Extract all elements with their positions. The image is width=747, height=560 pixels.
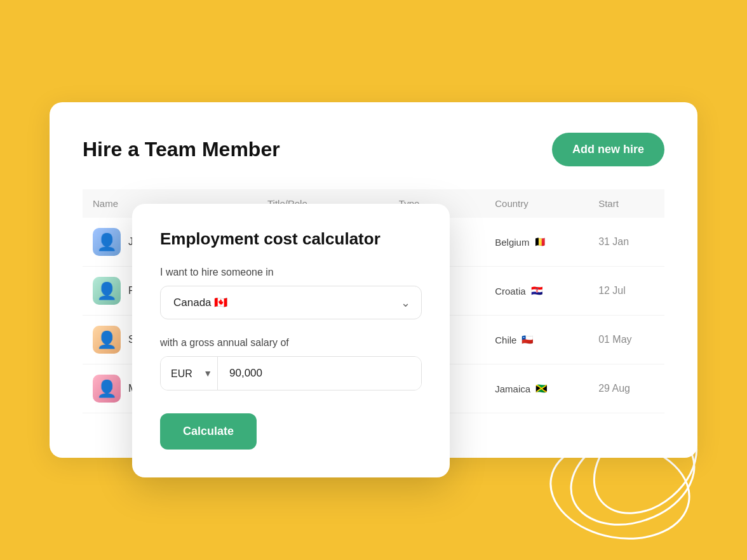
modal-title: Employment cost calculator [160,229,422,249]
country-select-wrapper: Canada 🇨🇦Belgium 🇧🇪Croatia 🇭🇷Chile 🇨🇱Jam… [160,286,422,319]
employment-cost-calculator-modal: Employment cost calculator I want to hir… [132,204,450,477]
member-country: Chile 🇨🇱 [485,316,588,364]
page-title: Hire a Team Member [83,138,280,161]
member-country: Jamaica 🇯🇲 [485,364,588,413]
salary-input-wrapper: EURUSDGBPCAD ▼ [160,356,422,390]
avatar: 👤 [93,277,121,305]
member-start-date: 31 Jan [588,218,664,267]
avatar: 👤 [93,228,121,256]
salary-label: with a gross annual salary of [160,337,422,349]
card-header: Hire a Team Member Add new hire [83,133,664,166]
col-start: Start [588,189,664,218]
member-country: Croatia 🇭🇷 [485,267,588,316]
member-country: Belgium 🇧🇪 [485,218,588,267]
member-start-date: 29 Aug [588,364,664,413]
avatar: 👤 [93,326,121,354]
add-hire-button[interactable]: Add new hire [552,133,664,166]
hire-label: I want to hire someone in [160,267,422,278]
col-country: Country [485,189,588,218]
member-start-date: 01 May [588,316,664,364]
calculate-button[interactable]: Calculate [160,413,257,450]
avatar: 👤 [93,375,121,403]
country-select[interactable]: Canada 🇨🇦Belgium 🇧🇪Croatia 🇭🇷Chile 🇨🇱Jam… [160,286,422,319]
currency-select[interactable]: EURUSDGBPCAD [171,368,208,379]
main-card: Hire a Team Member Add new hire Name Tit… [50,102,697,458]
member-start-date: 12 Jul [588,267,664,316]
currency-select-wrapper: EURUSDGBPCAD ▼ [161,357,218,390]
salary-input[interactable] [218,357,421,390]
